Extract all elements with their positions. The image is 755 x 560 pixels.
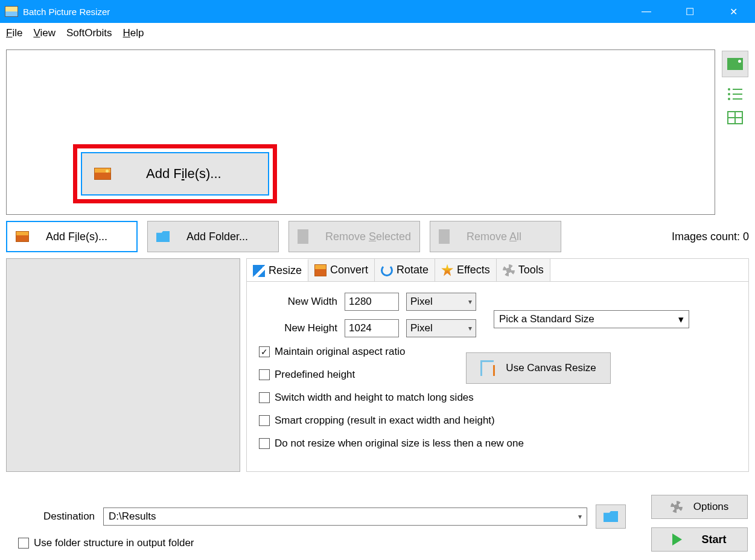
folder-icon <box>156 231 170 242</box>
tab-effects[interactable]: Effects <box>435 259 497 281</box>
menu-file[interactable]: File <box>6 27 22 39</box>
grid-icon <box>727 111 743 124</box>
resize-icon <box>253 265 265 277</box>
smart-crop-check[interactable]: Smart cropping (result in exact width an… <box>259 415 736 427</box>
checkbox-icon <box>18 538 29 549</box>
app-title: Batch Picture Resizer <box>23 7 110 17</box>
chevron-down-icon: ▾ <box>578 512 582 521</box>
tab-strip: Resize Convert Rotate Effects Tools <box>247 259 748 282</box>
menubar: File View SoftOrbits Help <box>0 23 755 43</box>
remove-selected-button[interactable]: Remove Selected <box>288 221 420 252</box>
app-icon <box>5 6 18 17</box>
standard-size-select[interactable]: Pick a Standard Size ▾ <box>494 310 689 328</box>
checkbox-icon <box>259 392 270 403</box>
canvas-resize-button[interactable]: Use Canvas Resize <box>466 352 611 384</box>
add-files-big-label: Add File(s)... <box>146 166 221 182</box>
thumbnails-icon <box>727 58 743 70</box>
add-files-big-button[interactable]: Add File(s)... <box>81 152 269 196</box>
minimize-button[interactable]: — <box>625 0 668 23</box>
add-files-highlight: Add File(s)... <box>73 144 277 203</box>
view-thumbnails-button[interactable] <box>722 51 748 77</box>
convert-icon <box>314 264 327 276</box>
no-resize-check[interactable]: Do not resize when original size is less… <box>259 438 736 450</box>
width-unit-select[interactable]: Pixel▾ <box>406 293 476 311</box>
add-files-button[interactable]: Add File(s)... <box>6 221 138 252</box>
images-count: Images count: 0 <box>672 231 749 243</box>
switch-check[interactable]: Switch width and height to match long si… <box>259 392 736 404</box>
new-width-label: New Width <box>259 296 337 308</box>
tab-convert[interactable]: Convert <box>308 259 375 281</box>
add-folder-label: Add Folder... <box>186 231 248 243</box>
checkbox-icon <box>259 438 270 449</box>
remove-all-icon <box>439 229 450 244</box>
chevron-down-icon: ▾ <box>468 324 472 332</box>
new-height-label: New Height <box>259 322 337 334</box>
rotate-icon <box>381 264 393 276</box>
destination-input[interactable]: D:\Results ▾ <box>103 508 587 526</box>
canvas-icon <box>480 360 494 376</box>
titlebar: Batch Picture Resizer — ☐ ✕ <box>0 0 755 23</box>
view-grid-button[interactable] <box>727 111 743 124</box>
picture-icon <box>94 168 111 180</box>
view-switch <box>721 49 749 215</box>
add-files-label: Add File(s)... <box>46 231 107 243</box>
dropzone[interactable]: Add File(s)... <box>6 49 715 215</box>
remove-selected-label: Remove Selected <box>325 231 411 243</box>
tools-icon <box>503 264 515 276</box>
menu-softorbits[interactable]: SoftOrbits <box>66 27 112 39</box>
arrow-right-icon <box>672 533 688 546</box>
use-folder-structure-check[interactable]: Use folder structure in output folder <box>18 537 643 549</box>
tab-resize[interactable]: Resize <box>247 259 308 281</box>
gear-icon <box>671 501 683 513</box>
tab-tools[interactable]: Tools <box>497 259 550 281</box>
browse-button[interactable] <box>596 504 626 529</box>
start-button[interactable]: Start <box>651 527 748 552</box>
action-button-row: Add File(s)... Add Folder... Remove Sele… <box>6 221 749 252</box>
options-button[interactable]: Options <box>651 495 748 519</box>
height-unit-select[interactable]: Pixel▾ <box>406 319 476 337</box>
new-width-input[interactable] <box>345 293 399 311</box>
maximize-button[interactable]: ☐ <box>668 0 712 23</box>
checkbox-icon <box>259 415 270 426</box>
menu-view[interactable]: View <box>33 27 56 39</box>
menu-help[interactable]: Help <box>123 27 144 39</box>
folder-icon <box>604 511 618 522</box>
checkbox-icon: ✓ <box>259 346 270 357</box>
chevron-down-icon: ▾ <box>678 313 684 326</box>
preview-panel <box>6 258 240 472</box>
list-icon <box>728 88 742 100</box>
tab-rotate[interactable]: Rotate <box>375 259 435 281</box>
remove-icon <box>298 229 308 244</box>
new-height-input[interactable] <box>345 319 399 337</box>
close-button[interactable]: ✕ <box>712 0 755 23</box>
bottom-bar: Destination D:\Results ▾ Use folder stru… <box>0 495 755 560</box>
remove-all-label: Remove All <box>467 231 521 243</box>
effects-icon <box>441 264 453 276</box>
remove-all-button[interactable]: Remove All <box>430 221 561 252</box>
checkbox-icon <box>259 369 270 380</box>
chevron-down-icon: ▾ <box>468 298 472 306</box>
view-list-button[interactable] <box>728 88 742 100</box>
destination-label: Destination <box>43 511 95 523</box>
add-folder-button[interactable]: Add Folder... <box>147 221 279 252</box>
picture-icon <box>16 231 29 242</box>
